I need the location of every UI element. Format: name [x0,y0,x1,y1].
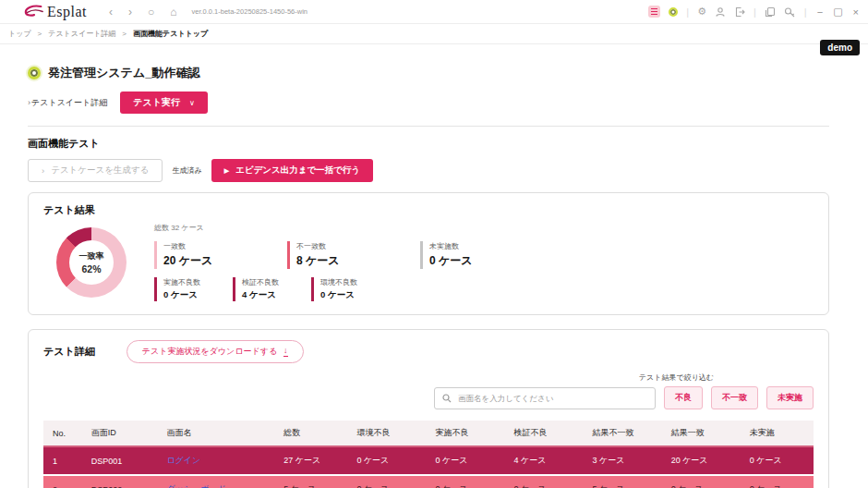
details-header: テスト詳細 テスト実施状況をダウンロードする ↓ [43,340,814,363]
chevron-right-icon: › [42,165,44,176]
stats-row-2: 実施不良数 0 ケース 検証不良数 4 ケース 環境不良数 0 ケース [154,277,533,301]
stat-label: 検証不良数 [242,277,291,287]
generated-status-label: 生成済み [172,165,201,176]
col-screen-id: 画面ID [82,421,158,446]
maximize-icon[interactable]: ▢ [833,6,842,18]
stat-match: 一致数 20 ケース [154,241,267,269]
download-icon: ↓ [283,347,288,357]
stat-label: 環境不良数 [320,277,369,287]
evidence-batch-label: エビデンス出力まで一括で行う [235,165,360,177]
cell-not-executed: 0 ケース [741,475,814,488]
screen-name-link[interactable]: ダッシュボード [166,484,225,488]
main-content: 発注管理システム_動作確認 ›テストスイート詳細 テスト実行 ∨ 画面機能テスト… [0,44,868,488]
app-logo: Esplat [24,4,87,20]
screen-name-link[interactable]: ログイン [166,456,200,465]
col-verification-failure: 検証不良 [505,421,584,446]
back-icon[interactable]: ‹ [109,6,113,18]
page-title-row: 発注管理システム_動作確認 [28,65,829,81]
cell-no: 1 [43,446,82,475]
notes-icon[interactable] [648,6,660,18]
breadcrumb-home[interactable]: トップ [8,29,31,39]
suite-detail-link-label: テストスイート詳細 [31,98,107,107]
close-icon[interactable]: × [853,6,859,18]
breadcrumb-suite[interactable]: テストスイート詳細 [48,29,115,39]
cell-total: 5 ケース [274,475,347,488]
cell-verification-failure: 4 ケース [505,446,584,475]
cell-result-mismatch: 3 ケース [584,446,662,475]
app-logo-text: Esplat [47,4,87,20]
copy-icon[interactable] [765,6,776,18]
stat-value: 0 ケース [429,253,533,269]
esplat-logo-icon [24,4,44,19]
run-test-button[interactable]: テスト実行 ∨ [120,92,208,114]
breadcrumb: トップ > テストスイート詳細 > 画面機能テストトップ [0,24,868,44]
stat-value: 8 ケース [296,253,400,269]
gear-icon[interactable]: ⚙ [697,6,706,17]
chevron-down-icon: ∨ [189,99,195,107]
filter-area: テスト結果で絞り込む 不良 不一致 未実施 [43,372,814,409]
titlebar: Esplat ‹ › ○ ⌂ ver.0.0.1-beta-20250825-1… [0,0,868,24]
stat-value: 20 ケース [163,253,267,269]
total-cases-label: 総数 32 ケース [154,223,533,233]
cell-screen-id: DSP001 [82,446,158,475]
results-stats: 総数 32 ケース 一致数 20 ケース 不一致数 8 ケース 未実施数 0 ケ… [154,223,533,301]
col-environment-failure: 環境不良 [347,421,426,446]
match-rate-label: 一致率 [79,250,104,262]
separator: | [686,6,689,18]
cell-not-executed: 0 ケース [741,446,814,475]
stat-not-executed: 未実施数 0 ケース [420,241,533,269]
stat-label: 未実施数 [429,241,533,251]
stat-value: 0 ケース [163,289,212,301]
titlebar-actions: | ⚙ | | − ▢ × [648,6,859,18]
col-screen-name: 画面名 [157,421,274,446]
play-icon: ▶ [224,167,229,175]
stat-verification-failure: 検証不良数 4 ケース [233,277,291,301]
cell-verification-failure: 0 ケース [505,475,584,488]
test-details-heading: テスト詳細 [43,345,95,359]
details-table: No. 画面ID 画面名 総数 環境不良 実施不良 検証不良 結果不一致 結果一… [43,421,814,488]
col-no: No. [43,421,82,446]
home-icon[interactable]: ⌂ [170,6,176,18]
col-result-mismatch: 結果不一致 [584,421,662,446]
user-icon[interactable] [715,6,726,18]
cell-result-mismatch: 5 ケース [584,475,662,488]
download-status-button[interactable]: テスト実施状況をダウンロードする ↓ [127,340,304,363]
cell-environment-failure: 0 ケース [347,475,426,488]
col-result-match: 結果一致 [662,421,741,446]
screen-name-search[interactable] [434,387,656,409]
suite-status-ring-icon [28,67,41,79]
results-body: 一致率 62% 総数 32 ケース 一致数 20 ケース 不一致数 8 ケース [43,223,814,301]
stat-value: 4 ケース [242,289,291,301]
stat-label: 実施不良数 [163,277,212,287]
key-settings-icon[interactable] [784,6,796,18]
suite-detail-link[interactable]: ›テストスイート詳細 [28,97,107,109]
minimize-icon[interactable]: − [817,6,823,18]
generate-testcases-button[interactable]: › テストケースを生成する [28,159,163,182]
stat-mismatch: 不一致数 8 ケース [287,241,400,269]
cell-screen-id: DSP002 [82,475,158,488]
stat-label: 不一致数 [296,241,400,251]
col-execution-failure: 実施不良 [426,421,504,446]
cell-total: 27 ケース [274,446,347,475]
cell-execution-failure: 0 ケース [426,446,504,475]
evidence-batch-button[interactable]: ▶ エビデンス出力まで一括で行う [211,159,373,182]
breadcrumb-separator: > [122,30,127,38]
status-ring-icon[interactable] [669,7,678,17]
filter-mismatch-button[interactable]: 不一致 [711,386,758,409]
stat-label: 一致数 [163,241,267,251]
cell-execution-failure: 0 ケース [426,475,504,488]
donut-center: 一致率 62% [69,240,114,285]
stat-environment-failure: 環境不良数 0 ケース [311,277,369,301]
download-status-label: テスト実施状況をダウンロードする [142,346,277,358]
divider [28,126,829,127]
screen-name-search-input[interactable] [458,394,647,403]
table-header-row: No. 画面ID 画面名 総数 環境不良 実施不良 検証不良 結果不一致 結果一… [43,421,814,446]
logout-icon[interactable] [734,6,745,18]
filter-not-executed-button[interactable]: 未実施 [766,386,814,409]
match-rate-value: 62% [81,263,101,274]
separator: | [753,6,756,18]
cell-no: 2 [43,475,82,488]
forward-icon[interactable]: › [128,6,132,18]
filter-failure-button[interactable]: 不良 [664,386,703,409]
reload-icon[interactable]: ○ [148,6,154,18]
